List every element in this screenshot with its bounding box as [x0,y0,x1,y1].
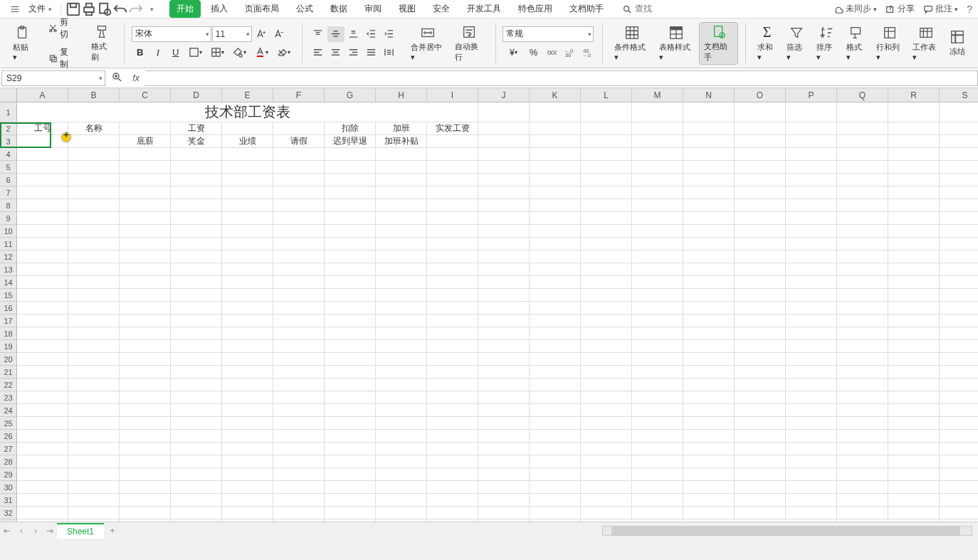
row-header-5[interactable]: 5 [0,161,17,174]
increase-decimal-icon[interactable]: ←.0.00 [560,45,577,60]
conditional-format-button[interactable]: 条件格式 ▾ [610,23,653,63]
header-cell[interactable]: 业绩 [222,135,273,148]
col-header-E[interactable]: E [222,88,273,102]
col-header-G[interactable]: G [325,88,376,102]
font-name-select[interactable]: 宋体▾ [132,26,211,42]
col-header-H[interactable]: H [376,88,427,102]
decrease-indent-icon[interactable] [363,26,380,42]
row-header-3[interactable]: 3 [0,135,17,148]
merge-center-button[interactable]: 合并居中 ▾ [406,23,450,63]
row-header-25[interactable]: 25 [0,417,17,430]
row-header-17[interactable]: 17 [0,315,17,327]
col-header-B[interactable]: B [68,88,120,102]
col-header-J[interactable]: J [478,88,530,102]
decrease-decimal-icon[interactable]: .00→.0 [578,45,595,60]
title-cell[interactable]: 技术部工资表 [17,102,478,122]
italic-icon[interactable]: I [149,45,167,60]
tab-devtools[interactable]: 开发工具 [460,0,508,18]
tab-nav-first-icon[interactable]: ⇤ [0,524,14,538]
zoom-icon[interactable] [111,71,122,85]
cut-button[interactable]: 剪切 [46,15,78,42]
row-header-8[interactable]: 8 [0,199,17,212]
tab-review[interactable]: 审阅 [357,0,389,18]
distribute-icon[interactable] [381,45,398,60]
currency-icon[interactable]: ¥▾ [503,45,524,60]
row-header-2[interactable]: 2 [0,122,17,135]
tab-formula[interactable]: 公式 [289,0,320,18]
print-preview-icon[interactable] [97,1,112,17]
worksheet-button[interactable]: 工作表 ▾ [908,23,944,63]
row-header-6[interactable]: 6 [0,174,17,186]
row-col-button[interactable]: 行和列 ▾ [872,23,908,63]
format-painter-button[interactable]: 格式刷 [87,23,117,64]
col-header-S[interactable]: S [940,88,978,102]
print-icon[interactable] [81,1,97,17]
sort-button[interactable]: AZ排序 ▾ [812,23,841,63]
horizontal-scrollbar[interactable] [602,526,972,536]
font-color-icon[interactable]: ▾ [251,45,273,60]
menu-hamburger[interactable] [6,3,24,16]
format-button[interactable]: 格式 ▾ [842,23,871,63]
justify-icon[interactable] [363,45,380,60]
align-top-icon[interactable] [310,26,327,42]
col-header-L[interactable]: L [581,88,632,102]
wrap-text-button[interactable]: 自动换行 [451,23,488,64]
row-header-27[interactable]: 27 [0,443,17,455]
copy-button[interactable]: 复制 [46,45,78,72]
add-sheet-button[interactable]: + [104,526,121,536]
row-headers[interactable]: 1234567891011121314151617181920212223242… [0,102,17,532]
filter-button[interactable]: 筛选 ▾ [782,23,811,63]
row-header-13[interactable]: 13 [0,263,17,276]
header-cell[interactable]: 扣除 [325,122,376,135]
column-headers[interactable]: ABCDEFGHIJKLMNOPQRS [17,88,978,102]
header-cell[interactable]: 实发工资 [427,122,478,135]
increase-font-icon[interactable] [253,26,270,42]
comma-icon[interactable]: 000 [542,45,559,60]
clear-format-icon[interactable]: ▾ [273,45,295,60]
underline-icon[interactable]: U [167,45,184,60]
col-header-P[interactable]: P [786,88,837,102]
fx-icon[interactable]: fx [127,73,145,83]
tab-start[interactable]: 开始 [169,0,201,18]
col-header-A[interactable]: A [17,88,68,102]
row-header-22[interactable]: 22 [0,379,17,391]
tab-layout[interactable]: 页面布局 [238,0,286,18]
align-middle-icon[interactable] [327,26,345,42]
row-header-11[interactable]: 11 [0,238,17,250]
col-header-O[interactable]: O [735,88,786,102]
table-style-button[interactable]: 表格样式 ▾ [655,23,698,63]
col-header-Q[interactable]: Q [837,88,888,102]
search-box[interactable]: 查找 [618,1,656,16]
col-header-N[interactable]: N [683,88,735,102]
col-header-F[interactable]: F [273,88,325,102]
row-header-23[interactable]: 23 [0,391,17,404]
tab-dochelper[interactable]: 文档助手 [562,0,611,18]
header-cell[interactable]: 加班补贴 [376,135,427,148]
undo-icon[interactable] [112,1,128,17]
row-header-4[interactable]: 4 [0,148,17,161]
row-header-26[interactable]: 26 [0,430,17,443]
header-cell[interactable]: 请假 [273,135,325,148]
row-header-28[interactable]: 28 [0,455,17,468]
name-box[interactable]: S29▾ [1,70,105,86]
doc-helper-button[interactable]: 文档助手 [699,22,737,65]
freeze-button[interactable]: 冻结 [945,28,969,58]
header-cell[interactable]: 底薪 [120,135,171,148]
row-header-14[interactable]: 14 [0,276,17,289]
cell-grid[interactable]: 技术部工资表工号名称工资扣除加班实发工资底薪奖金业绩请假迟到早退加班补贴 [17,102,978,532]
align-right-icon[interactable] [345,45,362,60]
help-button[interactable]: ? [967,4,972,15]
align-bottom-icon[interactable] [345,26,362,42]
border-icon[interactable]: ▾ [185,45,206,60]
col-header-K[interactable]: K [530,88,581,102]
comments-button[interactable]: 批注▾ [923,3,958,15]
row-header-9[interactable]: 9 [0,212,17,225]
increase-indent-icon[interactable] [381,26,398,42]
sync-status[interactable]: 未同步▾ [834,3,877,15]
tab-nav-prev-icon[interactable]: ‹ [14,524,28,538]
number-format-select[interactable]: 常规▾ [503,26,594,42]
header-cell[interactable]: 名称 [68,122,120,135]
tab-security[interactable]: 安全 [426,0,457,18]
file-menu[interactable]: 文件▾ [24,1,56,16]
row-header-30[interactable]: 30 [0,481,17,494]
